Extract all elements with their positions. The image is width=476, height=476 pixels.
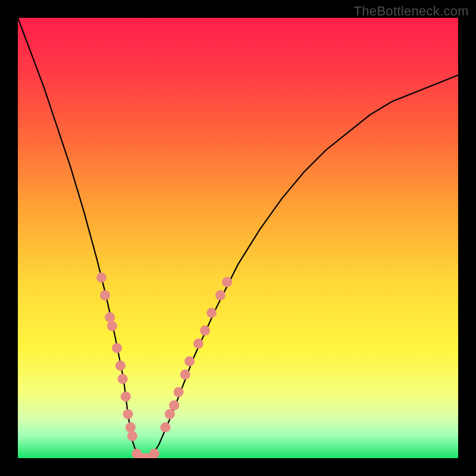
data-point (160, 422, 170, 433)
data-point (107, 321, 117, 331)
data-point (169, 400, 179, 411)
chart-frame: TheBottleneck.com (0, 0, 476, 476)
data-point (200, 325, 210, 336)
data-point (126, 422, 136, 433)
data-point (222, 277, 232, 287)
data-point (206, 308, 217, 318)
data-point (123, 409, 133, 419)
data-point (118, 374, 128, 384)
watermark-text: TheBottleneck.com (354, 4, 469, 19)
data-point (184, 356, 195, 367)
data-point (165, 409, 175, 419)
chart-svg (18, 18, 458, 458)
data-point (215, 290, 226, 300)
data-point (180, 369, 190, 380)
data-point (115, 361, 126, 371)
data-point (105, 312, 115, 322)
data-point (174, 387, 184, 397)
plot-area (18, 18, 458, 458)
data-point (121, 392, 131, 402)
data-point (96, 273, 107, 283)
data-point (100, 290, 110, 300)
gradient-rect (18, 18, 458, 458)
data-point (193, 339, 203, 349)
data-point (112, 343, 122, 353)
data-point (127, 431, 137, 441)
